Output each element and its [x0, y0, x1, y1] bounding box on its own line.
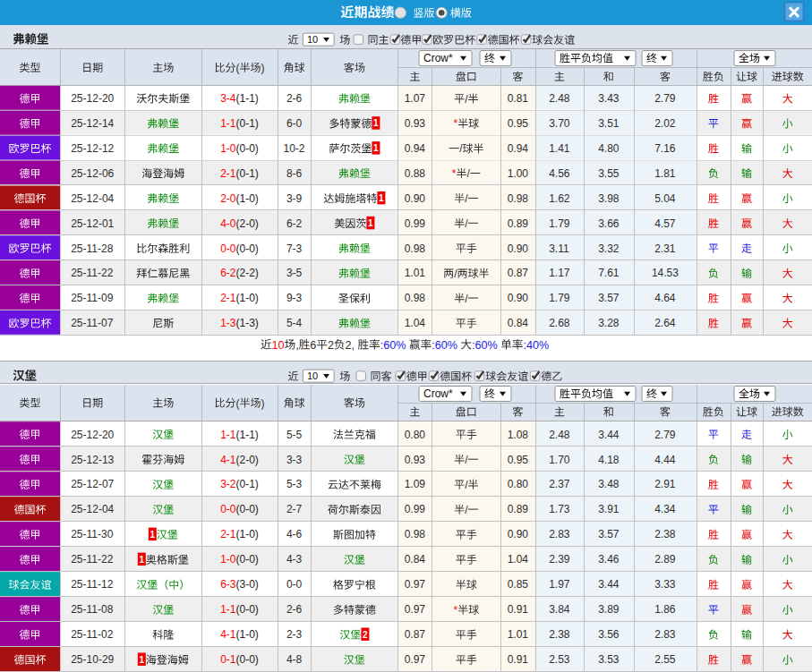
svg-text:0.84: 0.84	[508, 317, 529, 329]
svg-text:4-6: 4-6	[286, 528, 303, 540]
svg-text::60%: :60%	[432, 339, 457, 352]
svg-text:10: 10	[307, 370, 318, 381]
svg-text:1-3: 1-3	[220, 317, 236, 329]
svg-text:*: *	[454, 604, 458, 617]
svg-text:3-2: 3-2	[220, 478, 236, 490]
svg-text:(0-1): (0-1)	[236, 478, 259, 490]
svg-text:2-6: 2-6	[286, 92, 303, 105]
svg-text:(0-0): (0-0)	[236, 603, 259, 616]
svg-text:25-12-01: 25-12-01	[71, 217, 114, 230]
svg-text:2.02: 2.02	[654, 117, 676, 130]
svg-text:2.68: 2.68	[549, 317, 570, 329]
svg-text:(: (	[236, 397, 240, 410]
svg-text:0-0: 0-0	[220, 503, 236, 515]
svg-text:0.85: 0.85	[508, 578, 529, 591]
svg-text:1-0: 1-0	[220, 142, 236, 155]
svg-text:3.56: 3.56	[598, 628, 620, 641]
svg-text:25-12-13: 25-12-13	[71, 454, 114, 466]
svg-text:1.41: 1.41	[549, 142, 570, 155]
svg-text:25-11-28: 25-11-28	[71, 242, 113, 255]
svg-text::40%: :40%	[523, 339, 549, 352]
svg-text:1.70: 1.70	[549, 454, 570, 466]
svg-text:(2-0): (2-0)	[236, 217, 259, 230]
svg-text:0.94: 0.94	[405, 142, 426, 155]
svg-text:2.55: 2.55	[654, 653, 676, 666]
svg-text:3-3: 3-3	[286, 454, 303, 466]
svg-text:Crow*: Crow*	[423, 52, 453, 64]
svg-text:2-7: 2-7	[286, 503, 303, 515]
svg-text:0.87: 0.87	[508, 267, 529, 279]
svg-text:2.64: 2.64	[654, 317, 676, 329]
svg-text:9-3: 9-3	[286, 292, 303, 304]
svg-text:(0-1): (0-1)	[236, 117, 259, 130]
svg-text:25-12-20: 25-12-20	[71, 92, 114, 105]
svg-text:2.39: 2.39	[549, 553, 570, 566]
svg-text:3-5: 3-5	[286, 267, 303, 279]
svg-text:5-3: 5-3	[286, 478, 303, 490]
svg-text:3.84: 3.84	[549, 603, 570, 616]
svg-text:1: 1	[373, 143, 379, 153]
svg-text:0.90: 0.90	[508, 242, 529, 255]
svg-text:0.93: 0.93	[405, 117, 426, 130]
svg-text:4.57: 4.57	[654, 217, 676, 230]
svg-text:3.70: 3.70	[549, 117, 570, 130]
svg-text:1.01: 1.01	[405, 267, 426, 279]
svg-text:0.90: 0.90	[508, 528, 529, 540]
svg-text:Crow*: Crow*	[423, 387, 453, 400]
svg-text:10: 10	[307, 34, 318, 45]
svg-text:(3-0): (3-0)	[236, 578, 259, 591]
svg-text:1.62: 1.62	[549, 192, 570, 205]
svg-text:25-11-07: 25-11-07	[71, 317, 113, 329]
svg-text:10-2: 10-2	[284, 142, 305, 155]
svg-text:7.61: 7.61	[598, 267, 620, 279]
svg-text:1-0: 1-0	[220, 553, 236, 566]
svg-text:0.95: 0.95	[508, 454, 529, 466]
svg-text:(1-1): (1-1)	[236, 92, 259, 105]
svg-text:(1-0): (1-0)	[236, 628, 259, 641]
svg-text:(0-0): (0-0)	[236, 653, 259, 666]
svg-text:*: *	[452, 167, 457, 180]
svg-text:(1-0): (1-0)	[236, 528, 259, 540]
svg-text:1.07: 1.07	[405, 92, 426, 105]
svg-text:0.97: 0.97	[405, 653, 426, 666]
svg-text:6-3: 6-3	[220, 578, 236, 591]
svg-text:2: 2	[328, 339, 334, 352]
svg-text:1.79: 1.79	[549, 217, 570, 230]
svg-text:1.17: 1.17	[549, 267, 570, 279]
svg-text:0.89: 0.89	[508, 503, 529, 515]
svg-text:(0-0): (0-0)	[236, 503, 259, 515]
svg-text:1.97: 1.97	[549, 578, 570, 591]
svg-text:0.93: 0.93	[405, 454, 426, 466]
svg-text:1.79: 1.79	[549, 292, 570, 304]
svg-text:25-12-04: 25-12-04	[71, 192, 114, 205]
svg-text:25-12-12: 25-12-12	[71, 142, 114, 155]
svg-text:3.11: 3.11	[549, 242, 569, 255]
svg-text:(0-0): (0-0)	[236, 553, 259, 566]
svg-text:4.56: 4.56	[549, 167, 570, 180]
svg-text:25-11-08: 25-11-08	[71, 603, 113, 616]
svg-text:4-0: 4-0	[220, 217, 236, 230]
svg-text:3.57: 3.57	[598, 528, 620, 540]
svg-text:3.91: 3.91	[598, 503, 620, 515]
svg-text:0.80: 0.80	[508, 478, 529, 490]
svg-text:3.66: 3.66	[598, 217, 620, 230]
svg-text:1.86: 1.86	[654, 603, 676, 616]
svg-text:3.44: 3.44	[598, 578, 620, 591]
svg-text:1: 1	[150, 530, 156, 540]
svg-text:2: 2	[363, 630, 368, 640]
svg-text:25-11-09: 25-11-09	[71, 292, 113, 304]
svg-text:2-1: 2-1	[220, 167, 236, 180]
svg-text:0.84: 0.84	[405, 553, 426, 566]
svg-text:3.44: 3.44	[598, 429, 620, 441]
svg-text:1: 1	[140, 655, 145, 665]
svg-text:3-9: 3-9	[286, 192, 303, 205]
svg-text:3.46: 3.46	[598, 553, 620, 566]
svg-text:2.38: 2.38	[654, 528, 676, 540]
svg-text:): )	[261, 62, 265, 74]
svg-text:1.04: 1.04	[508, 553, 529, 566]
svg-text:2.83: 2.83	[654, 628, 676, 641]
svg-text:0.91: 0.91	[508, 653, 529, 666]
svg-text:2-0: 2-0	[220, 192, 236, 205]
svg-text:2.48: 2.48	[549, 92, 570, 105]
svg-text:,: ,	[295, 339, 299, 352]
